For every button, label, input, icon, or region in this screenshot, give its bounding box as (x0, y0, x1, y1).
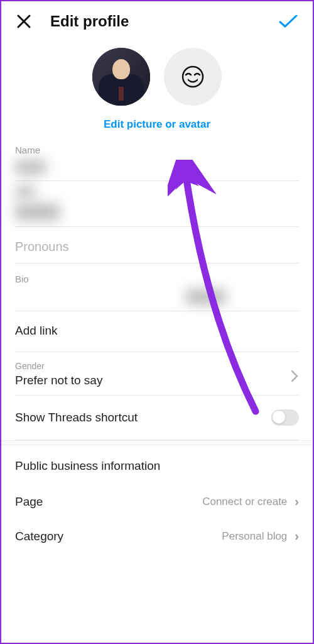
threads-label: Show Threads shortcut (15, 411, 138, 425)
username-label-blurred (15, 186, 299, 199)
name-field[interactable] (15, 160, 299, 181)
chevron-right-icon: › (295, 529, 299, 543)
gender-label: Gender (15, 361, 299, 371)
header-bar: Edit profile (1, 1, 313, 36)
business-section-header: Public business information (15, 445, 299, 484)
category-label: Category (15, 530, 63, 543)
close-icon[interactable] (15, 13, 33, 30)
category-value: Personal blog (222, 530, 287, 543)
section-divider (1, 440, 313, 445)
page-row[interactable]: Page Connect or create › (15, 484, 299, 519)
chevron-right-icon (290, 369, 299, 387)
page-title: Edit profile (50, 13, 278, 30)
bio-field[interactable] (15, 284, 299, 311)
edit-picture-link[interactable]: Edit picture or avatar (1, 118, 313, 131)
page-value: Connect or create (202, 496, 287, 508)
page-value-wrapper: Connect or create › (202, 494, 299, 509)
profile-picture[interactable] (92, 48, 150, 106)
bio-label: Bio (15, 274, 299, 284)
category-row[interactable]: Category Personal blog › (15, 519, 299, 553)
username-field[interactable] (15, 204, 299, 227)
page-label: Page (15, 495, 43, 509)
category-value-wrapper: Personal blog › (222, 529, 299, 543)
confirm-icon[interactable] (278, 13, 299, 30)
gender-row[interactable]: Gender Prefer not to say (15, 361, 299, 396)
gender-value: Prefer not to say (15, 374, 299, 387)
avatar-placeholder[interactable] (164, 48, 222, 106)
threads-toggle[interactable] (271, 409, 299, 426)
pronouns-field[interactable]: Pronouns (15, 231, 299, 264)
add-link-row[interactable]: Add link (15, 311, 299, 352)
avatar-face-icon (181, 65, 205, 89)
svg-point-0 (183, 67, 203, 87)
chevron-right-icon: › (295, 494, 299, 509)
avatar-row (1, 48, 313, 106)
threads-shortcut-row: Show Threads shortcut (15, 396, 299, 440)
name-label: Name (15, 145, 299, 155)
